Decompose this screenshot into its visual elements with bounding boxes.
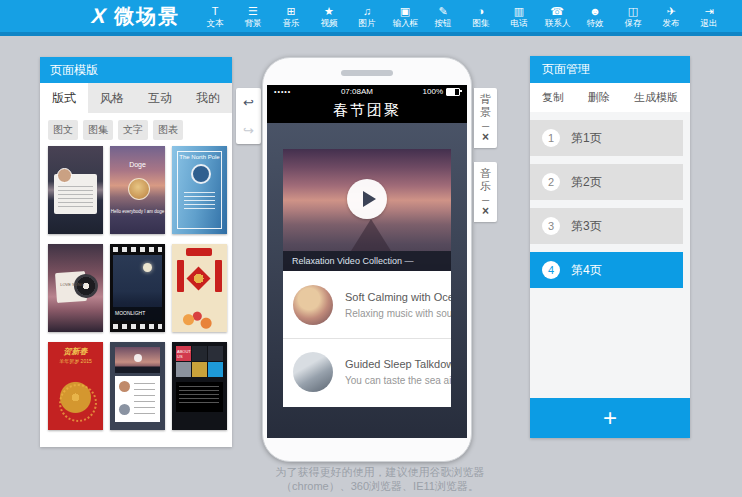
track-subtitle: Relaxing music with sounds [345,308,451,319]
pier-graphic [351,219,391,251]
music-track-row[interactable]: Soft Calming with Ocean Relaxing music w… [283,271,451,338]
tool-background[interactable]: ☰ 背景 [234,5,272,28]
tool-phone[interactable]: ▥ 电话 [500,5,538,28]
tool-video[interactable]: ★ 视频 [310,5,348,28]
template-thumb-dark-grid[interactable]: ABOUT US [172,342,227,430]
template-thumb-profile-card[interactable] [48,146,103,234]
template-filters: 图文图集文字图表 [48,120,224,140]
tool-label: 联系人 [544,18,570,28]
filter-chip[interactable]: 图集 [83,120,113,140]
browser-tip-line1: 为了获得更好的使用，建议使用谷歌浏览器 [230,465,530,479]
exit-button[interactable]: ⇥ 退出 [690,5,728,28]
tool-input[interactable]: ▣ 输入框 [386,5,424,28]
contacts-icon: ☎ [550,5,564,17]
page-item-label: 第1页 [571,130,602,147]
phone-icon: ▥ [514,5,524,17]
tab-layout[interactable]: 版式 [40,83,88,113]
tool-button[interactable]: ✎ 按钮 [424,5,462,28]
page-item[interactable]: 3 第3页 [530,208,683,244]
tool-label: 图片 [358,18,375,28]
filter-chip[interactable]: 文字 [118,120,148,140]
thumb-artwork [55,271,87,303]
template-panel: 页面模版 版式风格互动我的 图文图集文字图表 Doge Hello everyb… [40,57,232,447]
minimize-icon[interactable]: — [482,196,489,205]
redo-button[interactable]: ↪ [236,116,261,144]
layer-tab-label: 音乐 [480,167,492,193]
tool-gallery[interactable]: ◑ 图集 [462,5,500,28]
page-number-badge: 1 [542,129,560,147]
thumb-label: The North Pole [172,154,227,160]
page-item[interactable]: 1 第1页 [530,120,683,156]
music-icon: ⊞ [286,5,295,17]
page-action-2[interactable]: 生成模版 [634,90,678,105]
page-action-0[interactable]: 复制 [542,90,564,105]
template-thumb-north-pole[interactable]: The North Pole [172,146,227,234]
music-card: Soft Calming with Ocean Relaxing music w… [283,271,451,407]
thumb-artwork [177,151,222,229]
video-block[interactable]: Relaxation Video Collection — [283,149,451,271]
template-thumb-moonlight[interactable]: MOONLIGHT [110,244,165,332]
filter-chip[interactable]: 图表 [153,120,183,140]
background-icon: ☰ [248,5,258,17]
tool-text[interactable]: T 文本 [196,5,234,28]
phone-preview: ••••• 07:08AM 100% 春节团聚 Relaxation Video… [262,57,472,462]
exit-icon: ⇥ [704,5,713,17]
effects-icon: ☻ [589,5,601,17]
template-panel-title: 页面模版 [40,57,232,83]
page-item[interactable]: 2 第2页 [530,164,683,200]
input-icon: ▣ [400,5,410,17]
close-icon[interactable]: × [482,131,489,144]
thumb-artwork [115,376,160,422]
thumb-label: MOONLIGHT [115,310,145,316]
thumb-artwork [59,384,97,422]
minimize-icon[interactable]: — [482,122,489,131]
close-icon[interactable]: × [482,205,489,218]
track-title: Guided Sleep Talkdown [345,358,451,370]
layer-tab-background[interactable]: 背景 — × [474,88,497,148]
template-thumb-doge[interactable]: Doge Hello everybody I am doge [110,146,165,234]
tab-interact[interactable]: 互动 [136,83,184,113]
music-track-row[interactable]: Guided Sleep Talkdown You can taste the … [283,338,451,405]
template-tabs: 版式风格互动我的 [40,83,232,113]
tool-label: 退出 [700,18,717,28]
template-thumb-cny-2015[interactable]: 贺新春 羊年贺岁 2015 [48,342,103,430]
thumb-caption: Hello everybody I am doge [110,209,165,214]
button-icon: ✎ [438,5,447,17]
tool-music[interactable]: ⊞ 音乐 [272,5,310,28]
page-title-text[interactable]: 春节团聚 [267,98,467,123]
template-thumb-cny-couplets[interactable] [172,244,227,332]
template-thumb-love-song[interactable]: LOVE SONG [48,244,103,332]
track-subtitle: You can taste the sea air [345,375,451,386]
browser-tip: 为了获得更好的使用，建议使用谷歌浏览器 （chrome）、360浏览器、IE11… [230,465,530,493]
page-item-label: 第3页 [571,218,602,235]
video-icon: ★ [324,5,334,17]
tool-image[interactable]: ♫ 图片 [348,5,386,28]
tool-contacts[interactable]: ☎ 联系人 [538,5,576,28]
toolbar-file-actions: ◫ 保存 ✈ 发布 ⇥ 退出 [614,5,728,28]
logo-text: 微场景 [114,3,180,30]
page-item-label: 第2页 [571,174,602,191]
track-title: Soft Calming with Ocean [345,291,451,303]
page-action-1[interactable]: 删除 [588,90,610,105]
template-thumb-video-music[interactable] [110,342,165,430]
add-page-button[interactable]: + [530,398,690,438]
save-button[interactable]: ◫ 保存 [614,5,652,28]
tool-effects[interactable]: ☻ 特效 [576,5,614,28]
app-logo: X 微场景 [92,3,180,30]
page-manager-actions: 复制删除生成模版 [530,83,690,112]
toolbar: X 微场景 T 文本 ☰ 背景 ⊞ 音乐 ★ 视频 ♫ 图片 ▣ 输入框 ✎ 按… [0,0,742,36]
page-list: 1 第1页 2 第2页 3 第3页 4 第4页 [530,112,690,398]
undo-button[interactable]: ↩ [236,88,261,116]
tab-style[interactable]: 风格 [88,83,136,113]
play-button[interactable] [347,179,387,219]
tab-mine[interactable]: 我的 [184,83,232,113]
track-thumbnail [293,352,333,392]
tool-label: 文本 [206,18,223,28]
filter-chip[interactable]: 图文 [48,120,78,140]
gallery-icon: ◑ [478,5,485,17]
publish-button[interactable]: ✈ 发布 [652,5,690,28]
thumb-label: ABOUT US [177,349,191,359]
layer-tab-music[interactable]: 音乐 — × [474,162,497,222]
thumb-artwork [177,260,184,292]
page-item[interactable]: 4 第4页 [530,252,683,288]
